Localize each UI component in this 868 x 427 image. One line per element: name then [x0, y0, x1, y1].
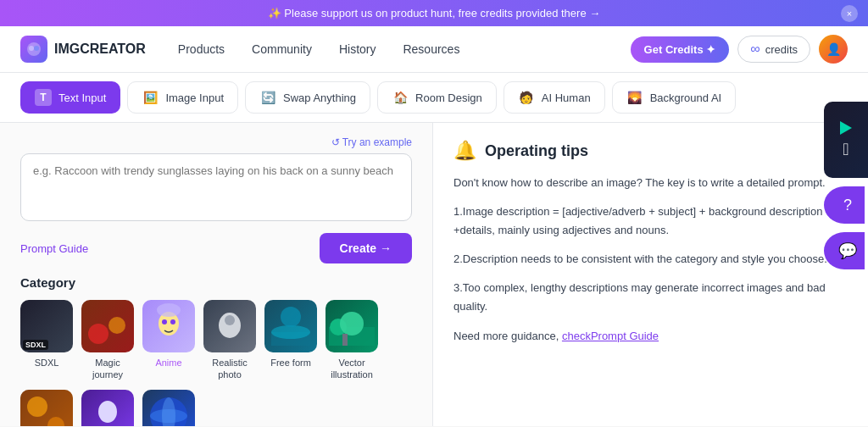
- svg-point-6: [162, 319, 167, 324]
- avatar[interactable]: 👤: [819, 35, 848, 64]
- tab-bar: T Text Input 🖼️ Image Input 🔄 Swap Anyth…: [0, 73, 868, 123]
- category-item-freeform[interactable]: Free form: [264, 300, 317, 381]
- help-fab-button[interactable]: ?: [824, 186, 865, 224]
- category-thumb-sdxl: SDXL: [20, 300, 73, 352]
- apple-icon: : [843, 140, 849, 159]
- bell-icon: 🔔: [453, 140, 476, 162]
- banner-text: ✨ Please support us on product hunt, fre…: [268, 7, 601, 19]
- tips-header: 🔔 Operating tips: [453, 140, 848, 162]
- tab-text-input-label: Text Input: [58, 92, 106, 104]
- main-nav: Products Community History Resources: [166, 37, 610, 61]
- right-panel: 🔔 Operating tips Don't know how to descr…: [432, 123, 868, 426]
- svg-point-21: [98, 401, 117, 423]
- svg-point-8: [157, 303, 181, 317]
- try-example-link[interactable]: Try an example: [20, 136, 412, 148]
- svg-point-1: [29, 46, 34, 51]
- credits-label: credits: [765, 43, 798, 56]
- chat-icon: 💬: [838, 241, 857, 260]
- header: IMGCREATOR Products Community History Re…: [0, 26, 868, 73]
- swap-anything-icon: 🔄: [259, 89, 276, 106]
- category-label-freeform: Free form: [270, 357, 311, 369]
- nav-community[interactable]: Community: [240, 37, 324, 61]
- svg-point-2: [34, 46, 39, 51]
- category-item-realistic[interactable]: Realistic photo: [203, 300, 256, 381]
- room-design-icon: 🏠: [392, 89, 409, 106]
- category-item-magic-journey[interactable]: Magic journey: [81, 300, 134, 381]
- category-thumb-art: [20, 390, 73, 426]
- logo[interactable]: IMGCREATOR: [20, 36, 146, 63]
- svg-point-19: [27, 396, 47, 417]
- category-label-vector: Vector illustration: [326, 357, 378, 381]
- tab-text-input[interactable]: T Text Input: [20, 81, 120, 114]
- tips-intro: Don't know how to describe an image? The…: [453, 174, 848, 192]
- text-input-icon: T: [35, 89, 52, 106]
- category-thumb-vector: [326, 300, 378, 352]
- image-input-icon: 🖼️: [142, 89, 159, 106]
- category-item-vector[interactable]: Vector illustration: [326, 300, 378, 381]
- tips-item-2: 2.Description needs to be consistent wit…: [453, 250, 848, 269]
- svg-point-13: [281, 307, 301, 327]
- prompt-textarea[interactable]: [20, 153, 412, 221]
- category-label-realistic: Realistic photo: [203, 357, 256, 381]
- tab-room-design-label: Room Design: [415, 92, 482, 104]
- tab-ai-human[interactable]: 🧑 AI Human: [504, 81, 605, 114]
- category-label-anime: Anime: [155, 357, 181, 369]
- svg-point-4: [108, 317, 125, 334]
- logo-text: IMGCREATOR: [54, 42, 146, 57]
- ai-human-icon: 🧑: [518, 89, 535, 106]
- svg-rect-17: [342, 334, 348, 346]
- float-container:  ? 💬: [824, 102, 868, 269]
- prompt-guide-link[interactable]: checkPrompt Guide: [562, 330, 659, 342]
- category-title: Category: [20, 275, 412, 290]
- prompt-actions: Prompt Guide Create →: [20, 233, 412, 263]
- category-grid: SDXL SDXL Magic journey Anime: [20, 300, 412, 426]
- svg-point-12: [271, 325, 310, 339]
- left-panel: Try an example Prompt Guide Create → Cat…: [0, 123, 432, 426]
- question-icon: ?: [843, 197, 852, 214]
- tab-swap-anything[interactable]: 🔄 Swap Anything: [245, 81, 370, 114]
- main-content: Try an example Prompt Guide Create → Cat…: [0, 123, 868, 426]
- get-credits-button[interactable]: Get Credits ✦: [631, 36, 730, 63]
- category-thumb-realistic: [203, 300, 256, 352]
- top-banner: ✨ Please support us on product hunt, fre…: [0, 0, 868, 26]
- category-item-character[interactable]: Character: [81, 390, 134, 426]
- category-item-art[interactable]: Art: [20, 390, 73, 426]
- category-item-3d[interactable]: 3D design: [142, 390, 195, 426]
- tab-background-ai-label: Background AI: [650, 92, 722, 104]
- tips-title: Operating tips: [485, 142, 588, 160]
- tips-item-1: 1.Image description = [adjective/adverb …: [453, 202, 848, 240]
- infinity-icon: ∞: [750, 42, 760, 57]
- nav-history[interactable]: History: [327, 37, 388, 61]
- category-item-anime[interactable]: Anime: [142, 300, 195, 381]
- prompt-guide-link[interactable]: Prompt Guide: [20, 242, 88, 255]
- play-store-icon: [840, 121, 852, 135]
- nav-products[interactable]: Products: [166, 37, 236, 61]
- tab-ai-human-label: AI Human: [542, 92, 591, 104]
- category-thumb-magic: [81, 300, 134, 352]
- banner-close-button[interactable]: ×: [841, 5, 858, 22]
- nav-resources[interactable]: Resources: [391, 37, 471, 61]
- tips-guidance: Need more guidance, checkPrompt Guide: [453, 327, 848, 346]
- tab-room-design[interactable]: 🏠 Room Design: [377, 81, 497, 114]
- tips-item-3: 3.Too complex, lengthy descriptions may …: [453, 279, 848, 316]
- header-actions: Get Credits ✦ ∞ credits 👤: [631, 35, 848, 64]
- tab-background-ai[interactable]: 🌄 Background AI: [612, 81, 737, 114]
- category-item-sdxl[interactable]: SDXL SDXL: [20, 300, 73, 381]
- logo-icon: [20, 36, 47, 63]
- category-label-sdxl: SDXL: [35, 357, 59, 369]
- category-thumb-freeform: [264, 300, 317, 352]
- tab-swap-anything-label: Swap Anything: [283, 92, 356, 104]
- tab-image-input-label: Image Input: [165, 92, 224, 104]
- credits-button[interactable]: ∞ credits: [737, 36, 810, 63]
- svg-point-10: [225, 315, 235, 325]
- float-phone-button[interactable]: : [824, 102, 868, 178]
- create-button[interactable]: Create →: [320, 233, 412, 263]
- category-label-magic: Magic journey: [81, 357, 134, 381]
- tab-image-input[interactable]: 🖼️ Image Input: [127, 81, 238, 114]
- chat-fab-button[interactable]: 💬: [824, 232, 865, 269]
- category-thumb-3d: [142, 390, 195, 426]
- svg-point-16: [340, 312, 364, 336]
- category-thumb-anime: [142, 300, 195, 352]
- background-ai-icon: 🌄: [626, 89, 643, 106]
- svg-point-7: [170, 319, 175, 324]
